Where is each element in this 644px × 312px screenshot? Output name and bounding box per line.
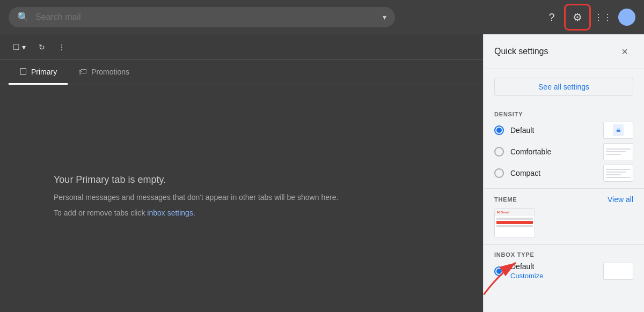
empty-state-heading: Your Primary tab is empty. bbox=[54, 174, 166, 185]
theme-preview-header: M Gmail bbox=[495, 209, 535, 216]
tab-primary-label: Primary bbox=[31, 68, 57, 76]
density-options: Default ≡ Comfortable bbox=[484, 122, 644, 182]
view-all-button[interactable]: View all bbox=[608, 195, 633, 204]
search-dropdown-arrow[interactable]: ▾ bbox=[383, 13, 386, 21]
content-area: ☐ ▾ ↻ ⋮ ☐ Primary 🏷 Promotions Your Prim… bbox=[0, 34, 644, 312]
header-right: ? ⚙ ⋮⋮ bbox=[541, 6, 635, 28]
checkbox-icon: ☐ bbox=[13, 43, 20, 51]
thumb-line bbox=[606, 174, 621, 175]
thumb-lines-comfortable bbox=[604, 146, 633, 157]
density-left-compact: Compact bbox=[494, 168, 540, 178]
density-option-comfortable[interactable]: Comfortable bbox=[494, 143, 633, 160]
empty-state: Your Primary tab is empty. Personal mess… bbox=[0, 85, 483, 312]
inbox-settings-link[interactable]: inbox settings bbox=[147, 209, 193, 217]
density-label-compact: Compact bbox=[510, 169, 540, 177]
density-thumb-icon: ≡ bbox=[613, 124, 624, 136]
arrow-annotation bbox=[483, 252, 532, 295]
density-section-label: DENSITY bbox=[484, 105, 644, 122]
thumb-line bbox=[606, 169, 631, 170]
density-radio-default bbox=[494, 125, 504, 135]
theme-preview-body bbox=[495, 216, 535, 237]
density-thumb-comfortable bbox=[603, 143, 633, 160]
mail-main: ☐ ▾ ↻ ⋮ ☐ Primary 🏷 Promotions Your Prim… bbox=[0, 34, 483, 312]
qs-header: Quick settings × bbox=[484, 34, 644, 69]
empty-state-body: Personal messages and messages that don'… bbox=[54, 192, 338, 203]
link-suffix: . bbox=[193, 209, 195, 217]
tab-primary[interactable]: ☐ Primary bbox=[9, 60, 68, 85]
theme-preview-row bbox=[496, 225, 533, 227]
density-radio-compact bbox=[494, 168, 504, 178]
quick-settings-panel: Quick settings × See all settings DENSIT… bbox=[483, 34, 644, 312]
refresh-icon: ↻ bbox=[39, 43, 45, 51]
thumb-line bbox=[606, 151, 626, 152]
settings-button[interactable]: ⚙ bbox=[567, 6, 588, 28]
density-left-default: Default bbox=[494, 125, 534, 135]
search-icon: 🔍 bbox=[17, 11, 29, 23]
empty-state-link-row: To add or remove tabs click inbox settin… bbox=[54, 207, 195, 219]
toolbar: ☐ ▾ ↻ ⋮ bbox=[0, 34, 483, 60]
search-input[interactable] bbox=[35, 12, 376, 22]
theme-preview-logo: M Gmail bbox=[497, 211, 509, 214]
qs-close-button[interactable]: × bbox=[616, 43, 633, 60]
qs-divider-density bbox=[484, 188, 644, 189]
density-radio-inner-default bbox=[496, 128, 502, 133]
theme-section: THEME View all M Gmail bbox=[484, 195, 644, 238]
theme-header: THEME View all bbox=[494, 195, 633, 204]
theme-preview-inner: M Gmail bbox=[495, 209, 535, 237]
thumb-line bbox=[606, 172, 626, 173]
thumb-line bbox=[606, 177, 631, 178]
avatar[interactable] bbox=[618, 9, 635, 26]
thumb-lines-compact bbox=[604, 167, 633, 180]
link-prefix: To add or remove tabs click bbox=[54, 209, 147, 217]
theme-preview[interactable]: M Gmail bbox=[494, 208, 535, 238]
tab-promotions-label: Promotions bbox=[91, 68, 129, 76]
promotions-tab-icon: 🏷 bbox=[78, 67, 87, 77]
tabs-bar: ☐ Primary 🏷 Promotions bbox=[0, 60, 483, 85]
thumb-line bbox=[606, 154, 621, 155]
density-label-comfortable: Comfortable bbox=[510, 147, 551, 156]
more-options-button[interactable]: ⋮ bbox=[54, 41, 70, 54]
more-icon: ⋮ bbox=[58, 43, 65, 51]
theme-preview-row bbox=[496, 218, 533, 220]
density-option-default[interactable]: Default ≡ bbox=[494, 122, 633, 139]
theme-section-label: THEME bbox=[494, 196, 517, 203]
density-thumb-default: ≡ bbox=[603, 122, 633, 139]
tab-promotions[interactable]: 🏷 Promotions bbox=[68, 60, 140, 85]
see-all-settings-button[interactable]: See all settings bbox=[494, 78, 633, 96]
apps-button[interactable]: ⋮⋮ bbox=[592, 6, 614, 28]
checkbox-dropdown-arrow[interactable]: ▾ bbox=[22, 43, 26, 51]
density-radio-comfortable bbox=[494, 147, 504, 157]
density-left-comfortable: Comfortable bbox=[494, 147, 551, 157]
top-header: 🔍 ▾ ? ⚙ ⋮⋮ bbox=[0, 0, 644, 34]
search-bar[interactable]: 🔍 ▾ bbox=[9, 7, 395, 27]
qs-title: Quick settings bbox=[494, 47, 548, 56]
primary-tab-icon: ☐ bbox=[19, 66, 27, 77]
inbox-thumb bbox=[603, 263, 633, 280]
refresh-button[interactable]: ↻ bbox=[34, 41, 49, 54]
qs-divider-theme bbox=[484, 244, 644, 245]
thumb-line bbox=[606, 148, 631, 150]
select-checkbox-button[interactable]: ☐ ▾ bbox=[9, 41, 30, 54]
density-label-default: Default bbox=[510, 126, 534, 135]
theme-preview-row-red bbox=[496, 221, 533, 224]
help-button[interactable]: ? bbox=[541, 6, 562, 28]
density-option-compact[interactable]: Compact bbox=[494, 165, 633, 182]
density-thumb-compact bbox=[603, 165, 633, 182]
